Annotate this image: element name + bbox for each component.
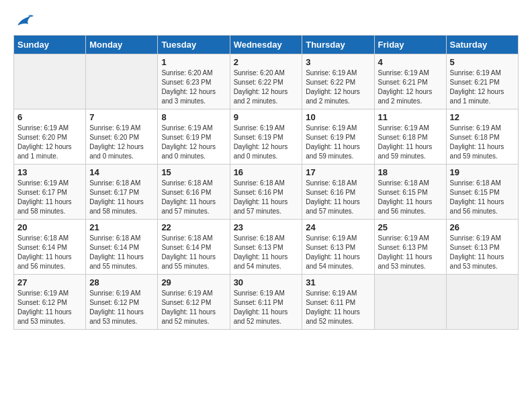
day-info: Sunrise: 6:18 AM Sunset: 6:15 PM Dayligh… [450,179,515,216]
day-number: 6 [17,112,82,122]
calendar-cell [86,54,158,109]
day-info: Sunrise: 6:19 AM Sunset: 6:12 PM Dayligh… [161,289,226,326]
day-info: Sunrise: 6:19 AM Sunset: 6:22 PM Dayligh… [306,68,370,106]
calendar-day-header: Wednesday [230,36,302,54]
day-info: Sunrise: 6:18 AM Sunset: 6:14 PM Dayligh… [89,234,154,271]
day-info: Sunrise: 6:20 AM Sunset: 6:22 PM Dayligh… [234,68,299,106]
day-number: 13 [17,167,82,177]
calendar-cell: 11Sunrise: 6:19 AM Sunset: 6:18 PM Dayli… [374,109,446,165]
day-info: Sunrise: 6:19 AM Sunset: 6:18 PM Dayligh… [450,124,515,161]
day-number: 22 [161,222,226,232]
day-info: Sunrise: 6:19 AM Sunset: 6:21 PM Dayligh… [450,68,515,106]
day-number: 29 [161,277,226,287]
calendar-cell [14,54,86,109]
day-number: 9 [234,112,299,122]
calendar-week-row: 6Sunrise: 6:19 AM Sunset: 6:20 PM Daylig… [14,109,519,165]
calendar-day-header: Thursday [302,36,374,54]
calendar-cell: 29Sunrise: 6:19 AM Sunset: 6:12 PM Dayli… [158,275,230,330]
calendar-cell: 26Sunrise: 6:19 AM Sunset: 6:13 PM Dayli… [446,220,518,275]
day-info: Sunrise: 6:19 AM Sunset: 6:11 PM Dayligh… [306,289,370,326]
day-number: 26 [450,222,515,232]
day-number: 4 [378,57,443,67]
day-number: 24 [306,222,370,232]
day-info: Sunrise: 6:19 AM Sunset: 6:21 PM Dayligh… [378,68,443,106]
calendar-cell [446,275,518,330]
calendar-day-header: Tuesday [158,36,230,54]
day-number: 8 [161,112,226,122]
day-info: Sunrise: 6:19 AM Sunset: 6:20 PM Dayligh… [17,124,82,161]
calendar-cell: 18Sunrise: 6:18 AM Sunset: 6:15 PM Dayli… [374,165,446,220]
day-number: 20 [17,222,82,232]
day-number: 11 [378,112,443,122]
calendar-cell: 1Sunrise: 6:20 AM Sunset: 6:23 PM Daylig… [158,54,230,109]
calendar-cell [374,275,446,330]
calendar-cell: 10Sunrise: 6:19 AM Sunset: 6:19 PM Dayli… [302,109,374,165]
calendar-day-header: Sunday [14,36,86,54]
calendar-day-header: Friday [374,36,446,54]
day-info: Sunrise: 6:18 AM Sunset: 6:16 PM Dayligh… [161,179,226,216]
day-info: Sunrise: 6:18 AM Sunset: 6:14 PM Dayligh… [161,234,226,271]
day-number: 2 [234,57,299,67]
calendar-cell: 15Sunrise: 6:18 AM Sunset: 6:16 PM Dayli… [158,165,230,220]
calendar-cell: 12Sunrise: 6:19 AM Sunset: 6:18 PM Dayli… [446,109,518,165]
calendar-week-row: 27Sunrise: 6:19 AM Sunset: 6:12 PM Dayli… [14,275,519,330]
day-number: 27 [17,277,82,287]
calendar-cell: 7Sunrise: 6:19 AM Sunset: 6:20 PM Daylig… [86,109,158,165]
calendar-cell: 13Sunrise: 6:19 AM Sunset: 6:17 PM Dayli… [14,165,86,220]
calendar-cell: 3Sunrise: 6:19 AM Sunset: 6:22 PM Daylig… [302,54,374,109]
day-info: Sunrise: 6:20 AM Sunset: 6:23 PM Dayligh… [161,68,226,106]
day-number: 23 [234,222,299,232]
day-number: 21 [89,222,154,232]
day-number: 18 [378,167,443,177]
day-info: Sunrise: 6:18 AM Sunset: 6:13 PM Dayligh… [234,234,299,271]
logo [13,13,34,28]
calendar-cell: 22Sunrise: 6:18 AM Sunset: 6:14 PM Dayli… [158,220,230,275]
calendar-day-header: Monday [86,36,158,54]
calendar-cell: 2Sunrise: 6:20 AM Sunset: 6:22 PM Daylig… [230,54,302,109]
calendar-cell: 17Sunrise: 6:18 AM Sunset: 6:16 PM Dayli… [302,165,374,220]
day-info: Sunrise: 6:18 AM Sunset: 6:16 PM Dayligh… [306,179,370,216]
calendar-cell: 6Sunrise: 6:19 AM Sunset: 6:20 PM Daylig… [14,109,86,165]
calendar-cell: 28Sunrise: 6:19 AM Sunset: 6:12 PM Dayli… [86,275,158,330]
day-info: Sunrise: 6:19 AM Sunset: 6:13 PM Dayligh… [450,234,515,271]
day-number: 15 [161,167,226,177]
day-number: 10 [306,112,370,122]
calendar-cell: 23Sunrise: 6:18 AM Sunset: 6:13 PM Dayli… [230,220,302,275]
calendar: SundayMondayTuesdayWednesdayThursdayFrid… [13,35,519,330]
day-info: Sunrise: 6:19 AM Sunset: 6:12 PM Dayligh… [89,289,154,326]
calendar-cell: 21Sunrise: 6:18 AM Sunset: 6:14 PM Dayli… [86,220,158,275]
day-number: 19 [450,167,515,177]
day-number: 31 [306,277,370,287]
day-number: 17 [306,167,370,177]
calendar-cell: 24Sunrise: 6:19 AM Sunset: 6:13 PM Dayli… [302,220,374,275]
day-info: Sunrise: 6:19 AM Sunset: 6:17 PM Dayligh… [17,179,82,216]
calendar-cell: 14Sunrise: 6:18 AM Sunset: 6:17 PM Dayli… [86,165,158,220]
calendar-cell: 27Sunrise: 6:19 AM Sunset: 6:12 PM Dayli… [14,275,86,330]
day-info: Sunrise: 6:19 AM Sunset: 6:12 PM Dayligh… [17,289,82,326]
calendar-cell: 25Sunrise: 6:19 AM Sunset: 6:13 PM Dayli… [374,220,446,275]
day-info: Sunrise: 6:18 AM Sunset: 6:17 PM Dayligh… [89,179,154,216]
calendar-header-row: SundayMondayTuesdayWednesdayThursdayFrid… [14,36,519,54]
day-number: 25 [378,222,443,232]
logo-bird-icon [15,13,34,28]
calendar-day-header: Saturday [446,36,518,54]
calendar-cell: 9Sunrise: 6:19 AM Sunset: 6:19 PM Daylig… [230,109,302,165]
day-info: Sunrise: 6:19 AM Sunset: 6:13 PM Dayligh… [378,234,443,271]
calendar-cell: 4Sunrise: 6:19 AM Sunset: 6:21 PM Daylig… [374,54,446,109]
calendar-cell: 16Sunrise: 6:18 AM Sunset: 6:16 PM Dayli… [230,165,302,220]
day-info: Sunrise: 6:18 AM Sunset: 6:14 PM Dayligh… [17,234,82,271]
day-number: 30 [234,277,299,287]
calendar-week-row: 13Sunrise: 6:19 AM Sunset: 6:17 PM Dayli… [14,165,519,220]
day-number: 12 [450,112,515,122]
day-info: Sunrise: 6:19 AM Sunset: 6:19 PM Dayligh… [306,124,370,161]
day-info: Sunrise: 6:19 AM Sunset: 6:18 PM Dayligh… [378,124,443,161]
day-info: Sunrise: 6:19 AM Sunset: 6:19 PM Dayligh… [161,124,226,161]
calendar-cell: 20Sunrise: 6:18 AM Sunset: 6:14 PM Dayli… [14,220,86,275]
page-header [13,13,519,28]
calendar-week-row: 1Sunrise: 6:20 AM Sunset: 6:23 PM Daylig… [14,54,519,109]
day-info: Sunrise: 6:19 AM Sunset: 6:20 PM Dayligh… [89,124,154,161]
day-info: Sunrise: 6:19 AM Sunset: 6:11 PM Dayligh… [234,289,299,326]
day-number: 28 [89,277,154,287]
calendar-week-row: 20Sunrise: 6:18 AM Sunset: 6:14 PM Dayli… [14,220,519,275]
day-number: 7 [89,112,154,122]
